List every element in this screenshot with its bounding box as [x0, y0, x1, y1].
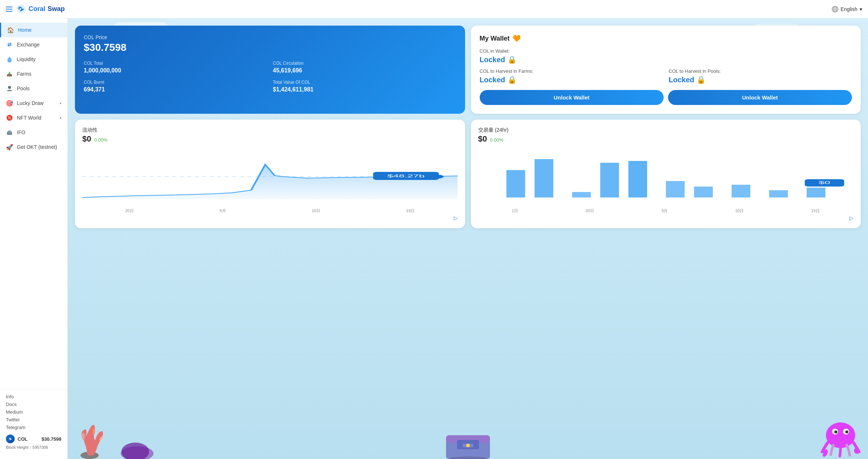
svg-rect-22 — [600, 163, 619, 197]
liquidity-value-row: $0 0.00% — [82, 134, 458, 144]
svg-rect-8 — [9, 73, 10, 74]
wallet-card: My Wallet 🧡 COL in Wallet: Locked 🔒 COL … — [471, 26, 861, 114]
svg-rect-25 — [694, 187, 713, 197]
unlock-buttons: Unlock Wallet Unlock Wallet — [480, 90, 852, 105]
svg-rect-26 — [731, 185, 750, 197]
col-price-card: COL Price $30.7598 COL Total 1,000,000,0… — [75, 26, 465, 114]
sidebar-item-lucky-draw[interactable]: 🎯 Lucky Draw ▾ — [0, 96, 67, 110]
col-stat-total: COL Total 1,000,000,000 — [84, 61, 267, 74]
sidebar-item-get-okt[interactable]: 🚀 Get OKT (testnet) — [0, 140, 67, 154]
volume-chart-arrow[interactable]: ▷ — [849, 215, 853, 221]
harvest-farms-label: COL to Harvest in Farms: — [480, 68, 663, 74]
sidebar-link-docs[interactable]: Docs — [6, 402, 61, 407]
svg-rect-28 — [807, 188, 825, 197]
volume-value: $0 — [478, 134, 487, 144]
svg-rect-35 — [446, 435, 490, 443]
svg-point-42 — [843, 429, 849, 434]
sidebar-item-pools[interactable]: Pools — [0, 81, 67, 96]
globe-icon — [832, 6, 838, 12]
octopus-decoration — [817, 415, 864, 459]
treasure-chest — [439, 419, 497, 459]
volume-chart-card: 交易量 (24hr) $0 0.00% — [471, 120, 861, 228]
hamburger-menu[interactable] — [6, 7, 12, 12]
svg-point-6 — [7, 42, 12, 48]
volume-chart-header: 交易量 (24hr) $0 0.00% — [478, 127, 854, 144]
sidebar-label-ifo: IFO — [17, 129, 25, 135]
sidebar-link-medium[interactable]: Medium — [6, 409, 61, 415]
volume-chart-svg: $0 — [478, 148, 854, 199]
sidebar-item-nft-world[interactable]: N NFT World ▾ — [0, 110, 67, 125]
logo[interactable]: CoralSwap — [16, 4, 65, 14]
col-stat-total-label: COL Total — [84, 61, 267, 66]
svg-point-31 — [80, 452, 99, 459]
svg-point-44 — [845, 430, 848, 433]
sidebar-label-pools: Pools — [17, 86, 30, 91]
volume-x-labels: 1日 20日 9月 10日 19日 — [478, 208, 854, 214]
wallet-harvest-row: COL to Harvest in Farms: Locked 🔒 COL to… — [480, 68, 852, 84]
svg-point-38 — [466, 444, 470, 447]
sidebar-item-liquidity[interactable]: Liquidity — [0, 52, 67, 67]
sidebar-item-farms[interactable]: Farms — [0, 67, 67, 81]
liquidity-chart-title: 流动性 — [82, 127, 458, 133]
volume-chart-area: $0 — [478, 148, 854, 207]
harvest-pools-label: COL to Harvest in Pools: — [669, 68, 852, 74]
col-stat-burnt: COL Burnt 694,371 — [84, 80, 267, 93]
svg-rect-34 — [446, 439, 490, 459]
svg-rect-7 — [7, 74, 12, 76]
sidebar-label-liquidity: Liquidity — [17, 56, 35, 62]
liquidity-x-labels: 20日 9月 10日 19日 — [82, 208, 458, 214]
col-stats: COL Total 1,000,000,000 COL Circulation … — [84, 61, 456, 93]
logo-icon — [16, 4, 26, 14]
svg-point-33 — [121, 443, 149, 459]
ifo-icon — [6, 129, 13, 136]
liquidity-chart-arrow[interactable]: ▷ — [454, 215, 458, 221]
col-stat-burnt-value: 694,371 — [84, 86, 267, 93]
coral-decoration — [75, 411, 130, 459]
ocean-decor — [68, 411, 868, 459]
liquidity-chart-card: 流动性 $0 0.00% — [75, 120, 465, 228]
col-stat-circulation: COL Circulation 45,619,696 — [273, 61, 456, 74]
lucky-draw-chevron: ▾ — [60, 101, 61, 105]
sidebar-footer: Info Docs Medium Twitter Telegram COL $3… — [0, 389, 67, 455]
col-stat-total-value: Total Value Of COL $1,424,611,981 — [273, 80, 456, 93]
sidebar-link-info[interactable]: Info — [6, 394, 61, 399]
home-icon: 🏠 — [7, 26, 14, 34]
wallet-title: My Wallet 🧡 — [480, 34, 852, 42]
topbar: CoralSwap English ▾ — [0, 0, 868, 18]
sidebar-item-exchange[interactable]: Exchange — [0, 37, 67, 52]
sidebar-item-home[interactable]: 🏠 Home — [0, 23, 67, 37]
wallet-locked-main: Locked 🔒 — [480, 55, 852, 64]
col-ticker: COL — [18, 436, 27, 442]
pools-icon — [6, 85, 13, 92]
cards-top-row: COL Price $30.7598 COL Total 1,000,000,0… — [75, 26, 861, 114]
svg-rect-27 — [769, 190, 788, 197]
svg-text:N: N — [8, 116, 11, 120]
col-stat-circulation-label: COL Circulation — [273, 61, 456, 66]
sidebar-label-get-okt: Get OKT (testnet) — [17, 144, 57, 150]
logo-swap: Swap — [48, 5, 65, 13]
sidebar-link-twitter[interactable]: Twitter — [6, 417, 61, 422]
topbar-left: CoralSwap — [6, 4, 65, 14]
svg-rect-36 — [457, 440, 479, 449]
col-stat-burnt-label: COL Burnt — [84, 80, 267, 85]
cards-bottom-row: 流动性 $0 0.00% — [75, 120, 861, 228]
svg-point-43 — [834, 430, 837, 433]
unlock-wallet-btn-2[interactable]: Unlock Wallet — [668, 90, 852, 105]
svg-rect-23 — [628, 161, 647, 197]
svg-text:$48.27b: $48.27b — [387, 174, 424, 178]
sidebar-label-home: Home — [18, 27, 31, 33]
nft-world-chevron: ▾ — [60, 116, 61, 120]
col-price-card-value: $30.7598 — [84, 42, 456, 53]
sidebar-link-telegram[interactable]: Telegram — [6, 425, 61, 430]
unlock-wallet-btn-1[interactable]: Unlock Wallet — [480, 90, 664, 105]
harvest-farms-locked: Locked 🔒 — [480, 75, 663, 84]
rocks-decoration — [119, 430, 155, 459]
logo-coral: Coral — [29, 5, 45, 13]
sidebar-label-exchange: Exchange — [17, 42, 39, 48]
language-selector[interactable]: English ▾ — [832, 6, 862, 12]
sidebar-item-ifo[interactable]: IFO — [0, 125, 67, 140]
wallet-col-in-wallet: COL in Wallet: Locked 🔒 — [480, 48, 852, 64]
farms-icon — [6, 70, 13, 78]
svg-rect-12 — [7, 132, 12, 135]
sidebar-label-nft-world: NFT World — [17, 115, 41, 121]
